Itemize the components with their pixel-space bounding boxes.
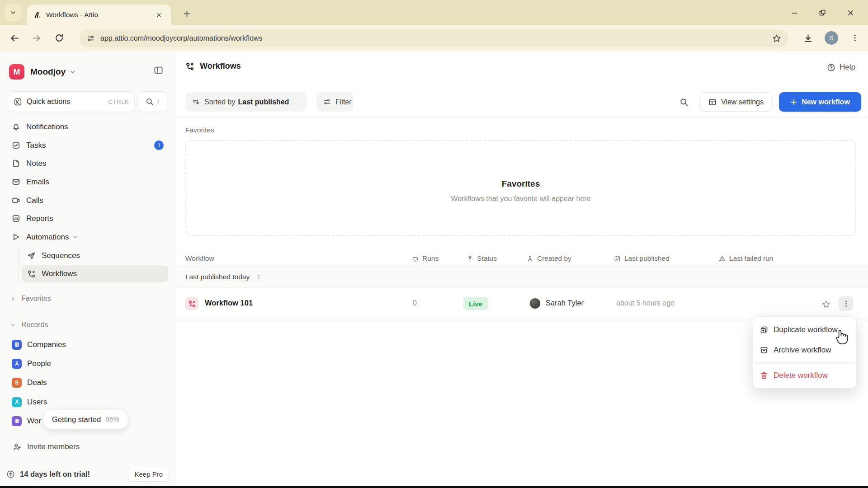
sidebar-item-tasks[interactable]: Tasks 1 [7,136,168,155]
collapse-sidebar-button[interactable] [154,66,163,75]
tab-search-button[interactable] [5,4,22,21]
sidebar-item-reports[interactable]: Reports [7,209,168,228]
sidebar-item-companies[interactable]: Companies [7,335,168,354]
window-restore-button[interactable] [808,0,836,25]
column-header-created-by[interactable]: Created by [527,251,571,266]
attio-logo-icon [33,11,42,19]
bookmark-star-icon[interactable] [772,34,781,43]
bar-chart-icon [12,214,20,223]
table-group-row[interactable]: Last published today 1 [176,266,868,288]
keep-pro-button[interactable]: Keep Pro [128,467,169,482]
sidebar-item-calls[interactable]: Calls [7,191,168,210]
menu-item-archive-workflow[interactable]: Archive workflow [753,340,856,360]
workflow-icon [185,62,194,71]
browser-back-button[interactable] [6,29,23,47]
row-menu-button[interactable] [839,296,853,311]
trial-banner: 14 days left on trial! Keep Pro [6,465,169,483]
calendar-icon [614,255,621,262]
video-camera-icon [12,196,20,205]
tab-title: Workflows - Attio [46,11,98,19]
window-close-button[interactable] [836,0,864,25]
column-header-workflow[interactable]: Workflow [185,251,214,266]
page-title: Workflows [200,61,241,71]
new-workflow-label: New workflow [802,98,850,106]
page-header: Workflows Help [176,51,868,87]
last-published-value: about 5 hours ago [616,299,675,307]
browser-forward-button[interactable] [28,29,45,47]
menu-item-delete-workflow[interactable]: Delete workflow [753,365,856,385]
column-header-status[interactable]: Status [467,251,497,266]
new-tab-button[interactable] [180,7,193,20]
menu-item-duplicate-workflow[interactable]: Duplicate workflow [753,319,856,340]
menu-item-label: Archive workflow [774,346,831,355]
column-header-runs[interactable]: Runs [412,251,439,266]
sidebar-item-notifications[interactable]: Notifications [7,117,168,136]
creator-avatar [529,298,541,309]
column-label: Status [477,254,497,263]
workspace-switcher[interactable]: M Moodjoy [9,62,76,82]
help-button[interactable]: Help [827,63,855,72]
favorites-empty-text: Favorites Workflows that you favorite wi… [186,179,855,203]
sort-button[interactable]: Sorted by Last published [185,92,307,112]
section-label: Records [21,321,48,329]
table-row[interactable]: Workflow 101 0 Live Sarah Tyler about 5 … [176,288,868,319]
sidebar-item-automations[interactable]: Automations [7,228,168,246]
getting-started-tooltip[interactable]: Getting started 86% [43,409,128,429]
browser-reload-button[interactable] [51,29,68,47]
column-label: Created by [537,254,571,263]
browser-toolbar: app.attio.com/moodjoycorp/automations/wo… [0,25,868,51]
view-settings-button[interactable]: View settings [699,92,773,112]
sidebar-item-workflows[interactable]: Workflows [22,265,168,282]
check-square-icon [12,141,20,150]
column-header-last-failed-run[interactable]: Last failed run [719,251,773,266]
sidebar-section-records[interactable]: Records [10,317,164,333]
favorite-star-icon[interactable] [820,298,832,310]
sidebar-section-favorites[interactable]: Favorites [10,291,164,306]
sidebar-item-label: Tasks [26,141,46,150]
menu-item-label: Delete workflow [774,371,828,380]
status-icon [467,255,473,262]
tab-close-icon[interactable] [153,9,165,21]
sidebar-item-emails[interactable]: Emails [7,173,168,191]
workspace-logo: M [9,64,24,80]
workflow-icon [27,270,36,278]
browser-profile-avatar[interactable]: S [825,31,838,45]
window-minimize-button[interactable] [780,0,808,25]
workflow-name[interactable]: Workflow 101 [205,299,253,307]
record-label: Deals [27,378,47,387]
menu-item-label: Duplicate workflow [774,325,838,334]
sidebar-item-label: Notes [26,159,46,168]
site-settings-icon[interactable] [87,34,95,42]
table-icon [708,98,717,106]
url-bar[interactable]: app.attio.com/moodjoycorp/automations/wo… [80,29,788,47]
column-label: Runs [422,254,439,263]
search-icon [679,98,689,107]
sidebar-item-notes[interactable]: Notes [7,154,168,173]
sidebar-item-label: Workflows [42,269,77,278]
browser-tab[interactable]: Workflows - Attio [27,5,171,25]
quick-actions-button[interactable]: Quick actions CTRLK [8,91,135,112]
url-text: app.attio.com/moodjoycorp/automations/wo… [100,34,262,42]
search-icon [146,98,154,106]
column-label: Workflow [185,254,214,263]
browser-menu-icon[interactable] [846,29,863,47]
help-label: Help [840,63,855,72]
sidebar-item-users[interactable]: Users [7,393,168,411]
column-header-last-published[interactable]: Last published [614,251,670,266]
sidebar-item-deals[interactable]: S Deals [7,373,168,392]
quick-actions-shortcut: CTRLK [108,99,129,105]
archive-icon [760,346,768,354]
filter-button[interactable]: Filter [316,92,354,112]
download-icon[interactable] [799,29,816,47]
chevron-down-icon [69,69,76,75]
sidebar-item-people[interactable]: People [7,354,168,373]
browser-tab-strip: Workflows - Attio [0,0,868,25]
sidebar-item-label: Calls [26,196,43,205]
sidebar-item-sequences[interactable]: Sequences [22,247,168,264]
new-workflow-button[interactable]: New workflow [779,92,861,112]
record-label: People [27,359,51,368]
invite-members-button[interactable]: Invite members [7,438,168,456]
sidebar-search-button[interactable]: / [137,91,167,112]
getting-started-label: Getting started [52,415,101,424]
search-button[interactable] [675,93,693,111]
